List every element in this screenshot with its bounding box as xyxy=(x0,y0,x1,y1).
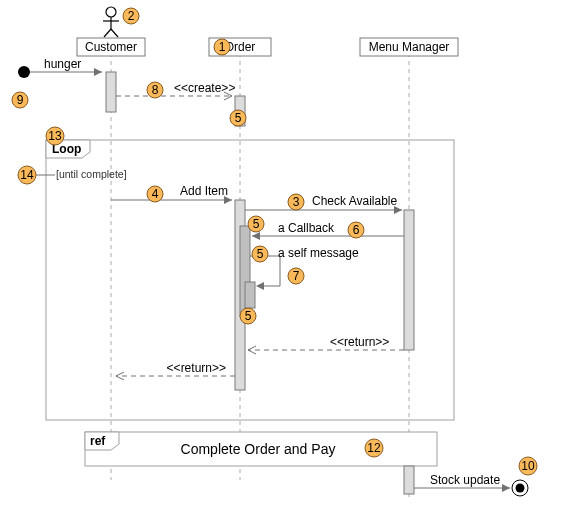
svg-marker-13 xyxy=(502,484,510,492)
message-label: <<return>> xyxy=(167,361,226,375)
message-label: Add Item xyxy=(180,184,228,198)
fragment-guard: [until complete] xyxy=(56,168,127,180)
svg-text:3: 3 xyxy=(293,195,300,209)
svg-point-15 xyxy=(516,484,525,493)
svg-text:5: 5 xyxy=(253,217,260,231)
svg-line-4 xyxy=(111,29,118,37)
callout-5: 5 xyxy=(230,110,246,126)
svg-text:4: 4 xyxy=(152,187,159,201)
sequence-diagram: Customer Order Menu Manager hunger <<cre… xyxy=(0,0,564,519)
lifeline-label: Customer xyxy=(85,40,137,54)
svg-text:13: 13 xyxy=(48,129,62,143)
svg-text:5: 5 xyxy=(235,111,242,125)
activation-bar xyxy=(404,210,414,350)
callout-8: 8 xyxy=(147,82,163,98)
activation-bar xyxy=(404,466,414,494)
lifeline-head-menu: Menu Manager xyxy=(360,38,458,56)
svg-text:5: 5 xyxy=(245,309,252,323)
message-label: a self message xyxy=(278,246,359,260)
callout-3: 3 xyxy=(288,194,304,210)
message-label: hunger xyxy=(44,57,81,71)
callout-13: 13 xyxy=(46,127,64,145)
message-label: <<return>> xyxy=(330,335,389,349)
callout-5c: 5 xyxy=(252,246,268,262)
svg-text:5: 5 xyxy=(257,247,264,261)
svg-text:12: 12 xyxy=(367,441,381,455)
svg-text:2: 2 xyxy=(128,9,135,23)
svg-point-0 xyxy=(106,7,116,17)
message-label: <<create>> xyxy=(174,81,235,95)
svg-text:8: 8 xyxy=(152,83,159,97)
message-label: a Callback xyxy=(278,221,335,235)
lifeline-head-customer: Customer xyxy=(77,38,145,56)
ref-label: ref xyxy=(90,434,106,448)
callout-4: 4 xyxy=(147,186,163,202)
callout-6: 6 xyxy=(348,222,364,238)
callout-5b: 5 xyxy=(248,216,264,232)
svg-text:6: 6 xyxy=(353,223,360,237)
callout-5d: 5 xyxy=(240,308,256,324)
activation-bar xyxy=(106,72,116,112)
message-label: Check Available xyxy=(312,194,397,208)
svg-text:7: 7 xyxy=(293,269,300,283)
svg-text:1: 1 xyxy=(219,40,226,54)
activation-bar xyxy=(245,282,255,308)
ref-text: Complete Order and Pay xyxy=(181,441,336,457)
end-event-icon xyxy=(512,480,528,496)
callout-14: 14 xyxy=(18,166,36,184)
callout-2: 2 xyxy=(123,8,139,24)
svg-text:14: 14 xyxy=(20,168,34,182)
svg-line-3 xyxy=(104,29,111,37)
svg-marker-8 xyxy=(94,68,102,76)
callout-7: 7 xyxy=(288,268,304,284)
svg-text:10: 10 xyxy=(521,459,535,473)
lifeline-label: Menu Manager xyxy=(369,40,450,54)
callout-9: 9 xyxy=(12,92,28,108)
message-label: Stock update xyxy=(430,473,500,487)
callout-12: 12 xyxy=(365,439,383,457)
start-event-icon xyxy=(18,66,30,78)
callout-10: 10 xyxy=(519,457,537,475)
svg-text:9: 9 xyxy=(17,93,24,107)
actor-icon xyxy=(103,7,119,37)
callout-1: 1 xyxy=(214,39,230,55)
